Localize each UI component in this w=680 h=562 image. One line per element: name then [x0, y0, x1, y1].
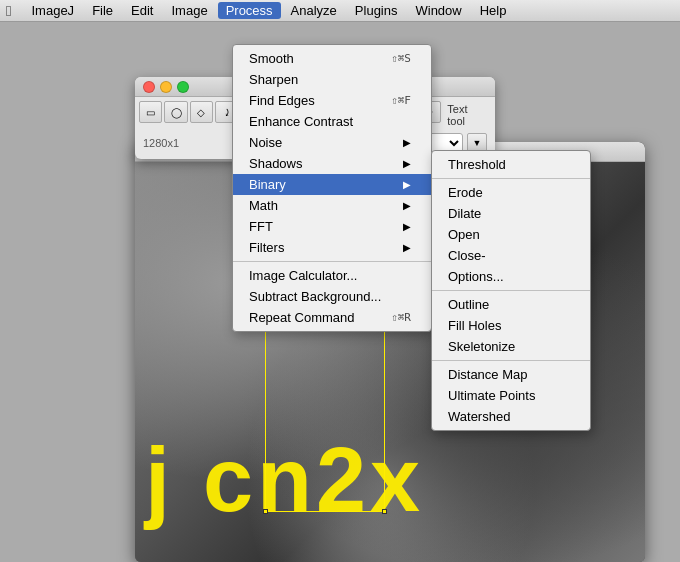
menu-sharpen[interactable]: Sharpen [233, 69, 431, 90]
tool-rect[interactable]: ▭ [139, 101, 162, 123]
fft-arrow-icon: ▶ [403, 221, 411, 232]
menu-bar:  ImageJ File Edit Image Process Analyze… [0, 0, 680, 22]
math-arrow-icon: ▶ [403, 200, 411, 211]
menu-edit[interactable]: Edit [123, 2, 161, 19]
binary-arrow-icon: ▶ [403, 179, 411, 190]
binary-submenu: Threshold Erode Dilate Open Close- [431, 150, 591, 431]
menu-filters[interactable]: Filters ▶ [233, 237, 431, 258]
shadows-arrow-icon: ▶ [403, 158, 411, 169]
menu-watershed[interactable]: Watershed [432, 406, 590, 427]
separator-1 [233, 261, 431, 262]
handle-br[interactable] [382, 509, 387, 514]
menu-help[interactable]: Help [472, 2, 515, 19]
menu-smooth[interactable]: Smooth ⇧⌘S [233, 48, 431, 69]
menu-image[interactable]: Image [163, 2, 215, 19]
menu-open[interactable]: Open [432, 224, 590, 245]
menu-ultimate-points[interactable]: Ultimate Points [432, 385, 590, 406]
menu-subtract-background[interactable]: Subtract Background... [233, 286, 431, 307]
close-button[interactable] [143, 81, 155, 93]
dimensions-label: 1280x1 [143, 137, 179, 149]
menu-math[interactable]: Math ▶ [233, 195, 431, 216]
menu-binary[interactable]: Binary ▶ [233, 174, 431, 195]
menu-threshold[interactable]: Threshold [432, 154, 590, 175]
menu-imagej[interactable]: ImageJ [23, 2, 82, 19]
menu-file[interactable]: File [84, 2, 121, 19]
menu-erode[interactable]: Erode [432, 182, 590, 203]
menu-skeletonize[interactable]: Skeletonize [432, 336, 590, 357]
menu-repeat-command[interactable]: Repeat Command ⇧⌘R [233, 307, 431, 328]
menu-analyze[interactable]: Analyze [283, 2, 345, 19]
tool-label: Text tool [443, 101, 491, 129]
process-menu: Smooth ⇧⌘S Sharpen Find Edges ⇧⌘F Enhanc… [232, 44, 432, 332]
menu-plugins[interactable]: Plugins [347, 2, 406, 19]
tool-oval[interactable]: ◯ [164, 101, 187, 123]
binary-sep-2 [432, 290, 590, 291]
menu-fill-holes[interactable]: Fill Holes [432, 315, 590, 336]
menu-distance-map[interactable]: Distance Map [432, 364, 590, 385]
menu-options[interactable]: Options... [432, 266, 590, 287]
menu-outline[interactable]: Outline [432, 294, 590, 315]
menu-window[interactable]: Window [407, 2, 469, 19]
menu-process[interactable]: Process [218, 2, 281, 19]
menu-enhance-contrast[interactable]: Enhance Contrast [233, 111, 431, 132]
apple-menu-icon[interactable]:  [6, 2, 11, 19]
noise-arrow-icon: ▶ [403, 137, 411, 148]
menu-bar-items: ImageJ File Edit Image Process Analyze P… [23, 2, 514, 19]
menu-close[interactable]: Close- [432, 245, 590, 266]
filters-arrow-icon: ▶ [403, 242, 411, 253]
tool-poly[interactable]: ◇ [190, 101, 213, 123]
handle-bl[interactable] [263, 509, 268, 514]
menu-fft[interactable]: FFT ▶ [233, 216, 431, 237]
maximize-button[interactable] [177, 81, 189, 93]
binary-sep-1 [432, 178, 590, 179]
minimize-button[interactable] [160, 81, 172, 93]
menu-dilate[interactable]: Dilate [432, 203, 590, 224]
menu-shadows[interactable]: Shadows ▶ [233, 153, 431, 174]
menu-image-calculator[interactable]: Image Calculator... [233, 265, 431, 286]
binary-sep-3 [432, 360, 590, 361]
content-area: ▭ ◯ ◇ ⤸ / ∠ • ✶ A ⚲ ☞ ⚘ Text tool 1280x1… [0, 22, 680, 562]
menu-noise[interactable]: Noise ▶ [233, 132, 431, 153]
menu-find-edges[interactable]: Find Edges ⇧⌘F [233, 90, 431, 111]
